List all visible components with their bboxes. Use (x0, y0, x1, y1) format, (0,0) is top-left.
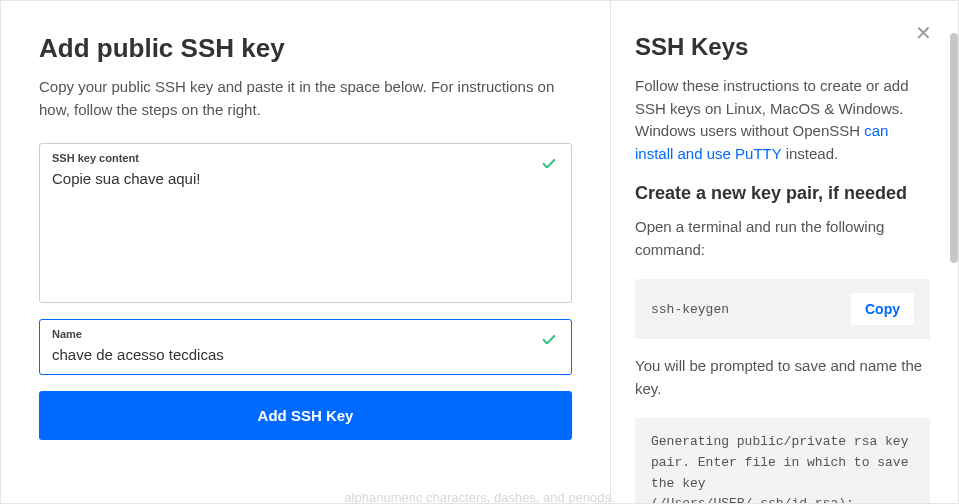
add-ssh-key-button[interactable]: Add SSH Key (39, 391, 572, 440)
check-icon (541, 156, 557, 172)
open-terminal-text: Open a terminal and run the following co… (635, 216, 930, 261)
page-title: Add public SSH key (39, 33, 572, 64)
keygen-command-text: ssh-keygen (651, 302, 729, 317)
left-panel: Add public SSH key Copy your public SSH … (1, 1, 611, 503)
right-panel: SSH Keys Follow these instructions to cr… (611, 1, 958, 503)
name-field-wrap[interactable]: Name (39, 319, 572, 375)
close-icon[interactable]: ✕ (915, 23, 932, 43)
scrollbar-thumb[interactable] (950, 33, 958, 263)
name-input[interactable] (52, 344, 559, 364)
keygen-command-block: ssh-keygen Copy (635, 279, 930, 339)
ssh-key-content-label: SSH key content (52, 152, 559, 164)
ssh-key-content-input[interactable]: Copie sua chave aqui! (52, 168, 559, 288)
prompt-text: You will be prompted to save and name th… (635, 355, 930, 400)
intro-text-after: instead. (781, 145, 838, 162)
ssh-key-modal: Add public SSH key Copy your public SSH … (0, 0, 959, 504)
copy-button[interactable]: Copy (851, 293, 914, 325)
keygen-output-block: Generating public/private rsa key pair. … (635, 418, 930, 503)
check-icon (541, 332, 557, 348)
scrollbar[interactable] (950, 33, 958, 473)
create-keypair-heading: Create a new key pair, if needed (635, 183, 930, 204)
side-intro: Follow these instructions to create or a… (635, 75, 930, 165)
name-label: Name (52, 328, 559, 340)
ssh-key-content-field-wrap[interactable]: SSH key content Copie sua chave aqui! (39, 143, 572, 303)
instructions-text: Copy your public SSH key and paste it in… (39, 76, 572, 121)
side-title: SSH Keys (635, 33, 930, 61)
